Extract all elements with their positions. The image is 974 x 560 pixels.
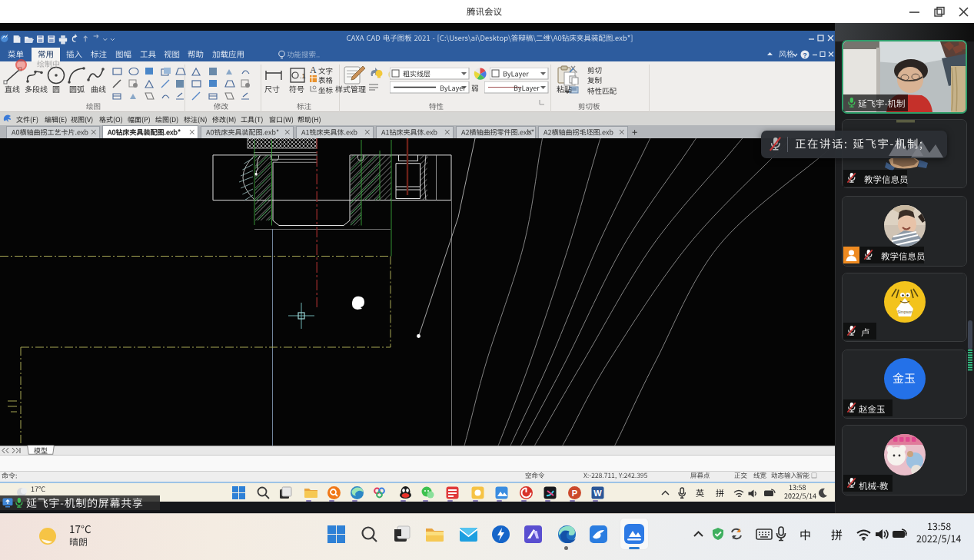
svg-text:W: W [593,489,602,498]
svg-text:Simpson: Simpson [897,310,913,314]
svg-text:A: A [310,65,317,74]
svg-text:.1: .1 [300,72,306,80]
svg-text:P: P [572,489,577,498]
svg-text:?: ? [803,51,807,59]
